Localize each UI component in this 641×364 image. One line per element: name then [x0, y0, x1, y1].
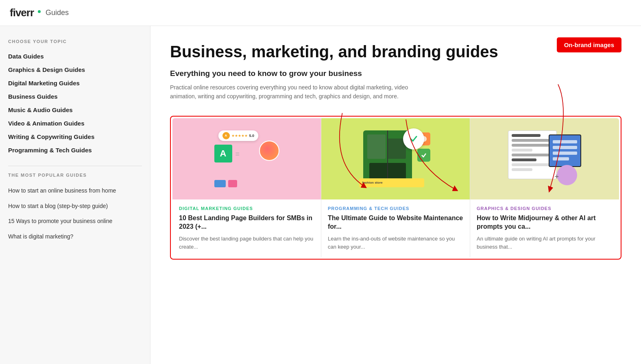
blue-rect [549, 134, 581, 167]
popular-guides-label: THE MOST POPULAR GUIDES [8, 173, 142, 178]
bottom-boxes [214, 180, 237, 187]
sidebar-divider [8, 166, 142, 166]
sidebar-item-business[interactable]: Business Guides [8, 90, 142, 103]
sidebar-item-digital-marketing[interactable]: Digital Marketing Guides [8, 76, 142, 90]
logo-dot [38, 10, 41, 13]
card-1-category: PROGRAMMING & TECH GUIDES [321, 206, 470, 211]
card-2-title: How to Write Midjourney & other AI art p… [470, 214, 619, 231]
illus-yg: fashion store [355, 126, 436, 191]
on-brand-badge: On-brand images [557, 37, 621, 52]
sidebar: CHOOSE YOUR TOPIC Data Guides Graphics &… [0, 26, 150, 364]
equals-sign: = [235, 150, 240, 158]
sidebar-item-graphics-design[interactable]: Graphics & Design Guides [8, 63, 142, 76]
beach-ball [259, 141, 279, 161]
card-1[interactable]: fashion store PROGRAMMING & TECH GUIDES … [321, 118, 470, 258]
card-0-excerpt: Discover the best landing page builders … [172, 235, 321, 251]
review-badge: A ★★★★★ 5.0 [218, 130, 259, 141]
popular-item-1[interactable]: How to start a blog (step-by-step guide) [8, 199, 142, 214]
svg-rect-8 [553, 157, 569, 160]
main-content: On-brand images Business, marketing, and… [150, 26, 641, 364]
popular-item-2[interactable]: 15 Ways to promote your business online [8, 214, 142, 229]
cards-grid: A ★★★★★ 5.0 A = [172, 118, 619, 258]
yellow-bar: fashion store [359, 178, 424, 187]
logo[interactable]: fiverr Guides [10, 6, 69, 19]
card-0-image: A ★★★★★ 5.0 A = [172, 118, 321, 199]
popular-guides-nav: How to start an online business from hom… [8, 183, 142, 244]
illus-pink: A ★★★★★ 5.0 A = [206, 126, 288, 191]
logo-guides-label: Guides [46, 9, 69, 17]
card-0-category: DIGITAL MARKETING GUIDES [172, 206, 321, 211]
svg-rect-1 [388, 139, 406, 159]
page-title: Business, marketing, and branding guides [170, 42, 621, 61]
svg-rect-5 [553, 140, 577, 143]
header: fiverr Guides [0, 0, 641, 26]
layout: CHOOSE YOUR TOPIC Data Guides Graphics &… [0, 26, 641, 364]
card-0-title: 10 Best Landing Page Builders for SMBs i… [172, 214, 321, 231]
card-0[interactable]: A ★★★★★ 5.0 A = [172, 118, 321, 258]
flower-shape [557, 165, 577, 185]
sidebar-item-programming-tech[interactable]: Programming & Tech Guides [8, 143, 142, 157]
sidebar-item-video-animation[interactable]: Video & Animation Guides [8, 117, 142, 130]
page-subtitle: Everything you need to know to grow your… [170, 69, 621, 78]
sidebar-item-data-guides[interactable]: Data Guides [8, 50, 142, 63]
sidebar-nav: Data Guides Graphics & Design Guides Dig… [8, 50, 142, 157]
logo-wordmark: fiverr [10, 6, 34, 19]
card-2-image: + [470, 118, 619, 199]
green-square: A [214, 145, 232, 162]
sidebar-item-writing-copywriting[interactable]: Writing & Copywriting Guides [8, 130, 142, 143]
svg-rect-6 [553, 146, 577, 149]
plus-icon: + [554, 173, 559, 181]
card-1-image: fashion store [321, 118, 470, 199]
popular-item-0[interactable]: How to start an online business from hom… [8, 183, 142, 199]
card-2-excerpt: An ultimate guide on writing AI art prom… [470, 235, 619, 251]
green-sq [417, 149, 430, 162]
choose-topic-label: CHOOSE YOUR TOPIC [8, 39, 142, 44]
cards-grid-wrapper: A ★★★★★ 5.0 A = [170, 116, 621, 260]
card-1-excerpt: Learn the ins-and-outs of website mainte… [321, 235, 470, 251]
sidebar-item-music-audio[interactable]: Music & Audio Guides [8, 103, 142, 117]
svg-rect-7 [553, 152, 577, 155]
svg-rect-0 [367, 134, 386, 159]
page-description: Practical online resources covering ever… [170, 83, 422, 101]
popular-item-3[interactable]: What is digital marketing? [8, 229, 142, 245]
illus-ly: + [504, 126, 585, 191]
card-2[interactable]: + GRAPHICS & DESIGN GUIDES How to Write … [470, 118, 619, 258]
check-overlay [403, 128, 424, 150]
card-1-title: The Ultimate Guide to Website Maintenanc… [321, 214, 470, 231]
card-2-category: GRAPHICS & DESIGN GUIDES [470, 206, 619, 211]
